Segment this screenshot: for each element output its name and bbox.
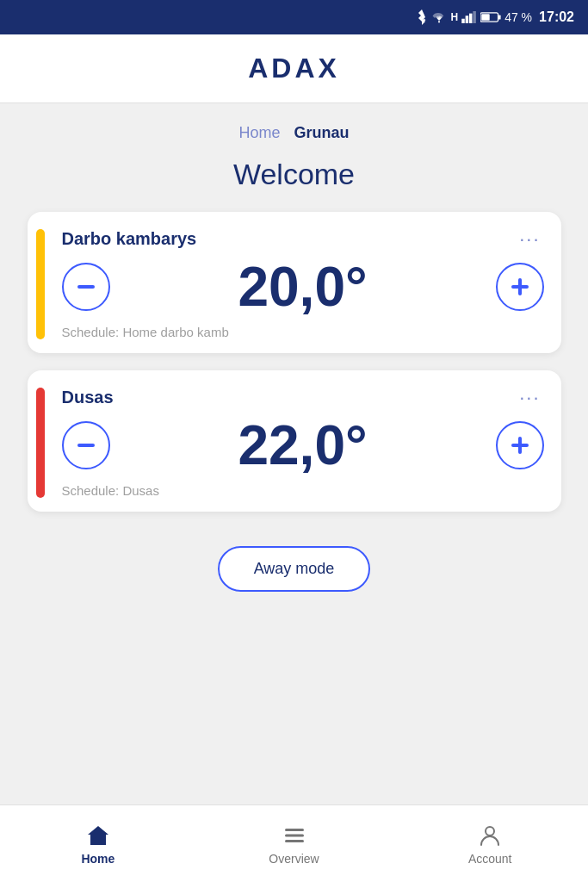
nav-label-overview: Overview — [269, 852, 319, 866]
wifi-icon — [431, 11, 447, 23]
increase-temp-2[interactable] — [496, 421, 544, 469]
nav-label-account: Account — [468, 852, 512, 866]
card-controls-1: 20,0° — [62, 259, 544, 314]
card-body-1: Darbo kambarys ··· 20,0° Schedule: Hom — [62, 229, 544, 339]
breadcrumb: Home Grunau — [238, 124, 349, 142]
svg-rect-4 — [473, 11, 477, 23]
svg-point-18 — [486, 827, 494, 835]
svg-rect-11 — [77, 444, 95, 447]
nav-item-overview[interactable]: Overview — [196, 805, 393, 882]
app-logo: ADAX — [248, 53, 340, 84]
svg-rect-16 — [285, 834, 304, 836]
breadcrumb-parent[interactable]: Home — [238, 124, 280, 142]
welcome-title: Welcome — [233, 158, 355, 191]
more-button-1[interactable]: ··· — [516, 230, 543, 249]
away-mode-button[interactable]: Away mode — [218, 546, 371, 592]
breadcrumb-current[interactable]: Grunau — [294, 124, 350, 142]
device-name-2: Dusas — [62, 388, 114, 407]
signal-bars-icon — [461, 11, 477, 23]
increase-temp-1[interactable] — [496, 263, 544, 311]
svg-rect-2 — [466, 16, 469, 23]
svg-point-0 — [438, 21, 440, 22]
status-time: 17:02 — [539, 9, 574, 25]
nav-item-home[interactable]: Home — [0, 805, 196, 882]
svg-rect-8 — [77, 285, 95, 289]
device-card-2: Dusas ··· 22,0° Schedule: Dusas — [28, 370, 561, 512]
svg-rect-3 — [469, 14, 473, 23]
bottom-nav: Home Overview Account — [0, 804, 588, 882]
account-icon — [477, 823, 503, 848]
status-bar: H 47 % 17:02 — [0, 0, 588, 34]
status-icons: H 47 % 17:02 — [416, 9, 574, 25]
decrease-temp-1[interactable] — [62, 263, 110, 311]
svg-rect-6 — [498, 15, 501, 19]
device-card-1: Darbo kambarys ··· 20,0° Schedule: Hom — [28, 212, 561, 353]
card-header-2: Dusas ··· — [62, 388, 544, 407]
card-body-2: Dusas ··· 22,0° Schedule: Dusas — [62, 388, 544, 498]
decrease-temp-2[interactable] — [62, 421, 110, 469]
card-header-1: Darbo kambarys ··· — [62, 229, 544, 249]
svg-rect-7 — [481, 14, 489, 21]
nav-label-home: Home — [81, 852, 115, 866]
temperature-2: 22,0° — [238, 418, 367, 473]
device-name-1: Darbo kambarys — [62, 229, 197, 249]
card-accent-1 — [36, 229, 45, 339]
schedule-2: Schedule: Dusas — [62, 483, 544, 498]
battery-percent: 47 % — [504, 10, 532, 24]
signal-type: H — [450, 11, 458, 23]
away-mode-container: Away mode — [218, 546, 371, 592]
svg-rect-14 — [95, 837, 102, 845]
main-content: Home Grunau Welcome Darbo kambarys ··· 2… — [0, 103, 588, 804]
card-accent-2 — [36, 388, 45, 498]
svg-rect-13 — [518, 437, 522, 454]
more-button-2[interactable]: ··· — [516, 388, 543, 407]
temperature-1: 20,0° — [238, 259, 367, 314]
nav-item-account[interactable]: Account — [392, 805, 588, 882]
bluetooth-icon — [416, 9, 428, 25]
svg-rect-15 — [285, 829, 304, 831]
schedule-1: Schedule: Home darbo kamb — [62, 325, 544, 339]
home-icon — [85, 823, 111, 848]
card-controls-2: 22,0° — [62, 418, 544, 473]
overview-icon — [282, 823, 307, 848]
svg-rect-10 — [518, 278, 522, 295]
battery-icon — [480, 11, 501, 23]
svg-rect-17 — [285, 840, 304, 842]
app-header: ADAX — [0, 34, 588, 103]
svg-rect-1 — [461, 19, 465, 23]
